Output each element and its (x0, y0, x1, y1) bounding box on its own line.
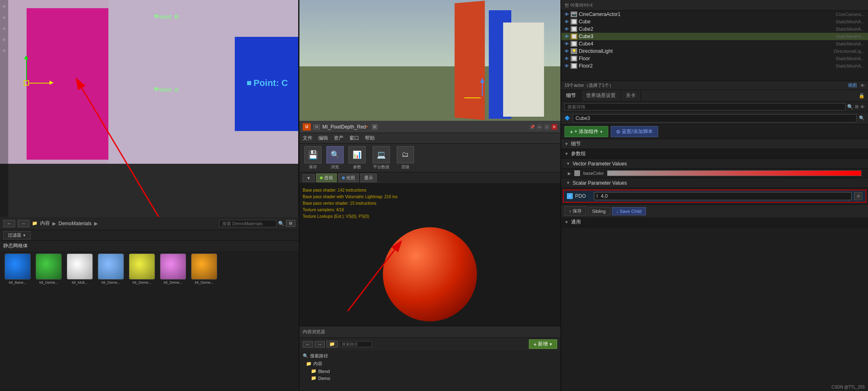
scene-outliner: 씬 아웃라이너 👁 📷 CineCameraActor1 CineCamera.… (561, 0, 868, 90)
dp-action-row: + + 添加组件 ▼ ⚙ 蓝图/添加脚本 (561, 124, 868, 139)
cb-forward-btn[interactable]: → (18, 220, 29, 227)
menu-help[interactable]: 帮助 (365, 135, 375, 142)
so-item-camera[interactable]: 👁 📷 CineCameraActor1 CineCamera... (561, 11, 868, 18)
list-item[interactable]: Mi_Bane... (3, 253, 32, 389)
list-item[interactable]: Mi_Deme... (159, 253, 187, 389)
pdo-value-input[interactable] (594, 192, 852, 200)
mat-perspective-btn[interactable]: 透视 (316, 174, 337, 182)
eye-icon[interactable]: 👁 (564, 12, 569, 17)
white-mesh (503, 23, 544, 117)
dp-sibling-btn[interactable]: Sibling (588, 207, 610, 215)
so-footer: 19个actor（选择了1个） 视图 👁 (561, 81, 868, 90)
tab-level[interactable]: 关卡 (621, 90, 641, 101)
dp-save-btn[interactable]: ↑ 保存 (564, 206, 586, 216)
list-item[interactable]: Mi_Mult... (65, 253, 94, 389)
so-item-cube2[interactable]: 👁 ⬜ Cube2 StaticMeshA... (561, 25, 868, 33)
dp-footer: ↑ 保存 Sibling ↓ Save Child (561, 204, 868, 217)
list-item[interactable]: Mi_Deme... (97, 253, 125, 389)
menu-window[interactable]: 窗口 (349, 135, 359, 142)
mat-maximize-btn[interactable]: □ (544, 124, 550, 130)
dp-grid-icon[interactable]: ⊞ (855, 104, 859, 109)
mat-minimize-btn[interactable]: — (537, 124, 542, 130)
eye-icon[interactable]: 👁 (564, 56, 569, 61)
eye-icon[interactable]: 👁 (564, 34, 569, 39)
dp-name-search-icon[interactable]: 🔍 (859, 115, 865, 121)
eye-icon[interactable]: 👁 (564, 49, 569, 54)
so-item-cube[interactable]: 👁 ⬜ Cube StaticMeshA... (561, 18, 868, 25)
eye-icon[interactable]: 👁 (564, 19, 569, 24)
3d-viewport (299, 0, 560, 121)
mat-dropdown-btn[interactable]: ▼ (303, 174, 315, 182)
mat-cb-search-input[interactable] (340, 341, 372, 347)
cb-breadcrumb-content: 内容 (40, 220, 50, 227)
menu-assets[interactable]: 资产 (334, 135, 344, 142)
content-browser: ← → 📁 内容 ▶ DemoMaterials ▶ 🔍 ⚙ 过滤器 ▼ (0, 217, 299, 391)
mat-tree-item-content[interactable]: 📁 内容 (303, 360, 557, 368)
cb-search-icon[interactable]: 🔍 (278, 221, 284, 226)
pdo-reset-btn[interactable]: ↺ (854, 192, 862, 200)
dp-lock-btn[interactable]: 🔒 (859, 93, 865, 99)
mat-cb-back[interactable]: ← (303, 341, 313, 348)
mat-close-btn[interactable]: ✕ (551, 124, 557, 130)
so-item-directional[interactable]: 👁 💡 DirectionalLight DirectionalLig... (561, 47, 868, 55)
cb-back-btn[interactable]: ← (3, 220, 15, 227)
pdo-checkbox[interactable]: ✓ (567, 193, 573, 199)
so-eye-btn[interactable]: 👁 (860, 83, 865, 88)
tab-details[interactable]: 细节 (561, 90, 581, 101)
cb-settings-btn[interactable]: ⚙ (286, 220, 295, 227)
mat-lighting-btn[interactable]: 光照 (338, 174, 359, 182)
mat-cb-folder[interactable]: 📁 (326, 341, 338, 348)
dp-section-vector[interactable]: ▼ Vector Parameter Values (561, 159, 868, 169)
menu-edit[interactable]: 编辑 (318, 135, 328, 142)
light-icon: 💡 (571, 48, 577, 54)
mat-display-btn[interactable]: 显示 (360, 174, 377, 182)
list-item[interactable]: Mi_Deme... (128, 253, 156, 389)
dp-section-scalar[interactable]: ▼ Scalar Parameter Values (561, 178, 868, 188)
dp-section-details[interactable]: ▼ 细节 (561, 139, 868, 149)
mat-tab-close[interactable]: ✕ (372, 124, 378, 130)
tool-params[interactable]: 📊 参数 (347, 146, 367, 170)
dp-search-icon[interactable]: 🔍 (847, 104, 853, 110)
list-item[interactable]: Mi_Deme... (190, 253, 218, 389)
cb-filter-btn[interactable]: 过滤器 ▼ (3, 231, 31, 240)
cb-search-input[interactable] (219, 220, 277, 227)
mat-tree-item-blend[interactable]: 📁 Blend (303, 368, 557, 375)
mat-pin-btn[interactable]: 📌 (529, 124, 535, 130)
tab-world-settings[interactable]: 世界场景设置 (581, 90, 621, 101)
menu-file[interactable]: 文件 (303, 135, 313, 142)
eye-icon[interactable]: 👁 (564, 63, 569, 68)
dp-search-input[interactable] (564, 103, 846, 111)
mat-tree-item-demo[interactable]: 📁 Demo (303, 375, 557, 382)
x-axis-line (29, 83, 52, 84)
dp-eye-btn[interactable]: 👁 (860, 104, 865, 109)
mat-cb-nav: ← → 📁 + 新增 ▼ (299, 338, 560, 350)
dp-save-child-btn[interactable]: ↓ Save Child (612, 207, 646, 215)
tool-platform[interactable]: 💻 平台数据 (369, 146, 394, 170)
chevron-right-icon[interactable]: ▶ (568, 171, 571, 176)
pink-panel (27, 8, 108, 160)
mat-cb-forward[interactable]: → (315, 341, 325, 348)
so-item-cube3[interactable]: 👁 ⬜ Cube3 StaticMeshA... (561, 33, 868, 40)
eye-icon[interactable]: 👁 (564, 41, 569, 46)
dp-tab-actions: 🔒 (859, 93, 868, 99)
tool-browse[interactable]: 🔍 浏览 (325, 146, 345, 170)
so-item-floor2[interactable]: 👁 ⬜ Floor2 StaticMeshA... (561, 62, 868, 70)
mat-tree-item-search[interactable]: 🔍 搜索路径 (303, 352, 557, 360)
dp-section-params[interactable]: ▼ 参数组 (561, 149, 868, 159)
dp-blueprint-btn[interactable]: ⚙ 蓝图/添加脚本 (611, 126, 658, 137)
so-view-btn[interactable]: 视图 (848, 82, 857, 88)
so-item-cube4[interactable]: 👁 ⬜ Cube4 StaticMeshA... (561, 40, 868, 47)
tool-save[interactable]: 💾 保存 (303, 146, 323, 170)
dp-section-general[interactable]: ▼ 通用 (561, 217, 868, 227)
eye-icon[interactable]: 👁 (564, 27, 569, 32)
mat-sphere (383, 227, 477, 321)
dp-add-component-btn[interactable]: + + 添加组件 ▼ (564, 126, 608, 137)
mat-titlebar: U M MI_PixelDepth_Red• ✕ 📌 — □ ✕ (299, 121, 560, 133)
dp-name-row: 🔷 🔍 (561, 112, 868, 124)
color-gradient[interactable] (607, 170, 861, 176)
so-item-floor[interactable]: 👁 ⬜ Floor StaticMeshA... (561, 55, 868, 62)
dp-name-input[interactable] (573, 114, 857, 122)
tool-layers[interactable]: 🗂 层级 (395, 146, 416, 170)
mat-new-btn[interactable]: + 新增 ▼ (529, 339, 557, 349)
list-item[interactable]: Mi_Deme... (34, 253, 63, 389)
